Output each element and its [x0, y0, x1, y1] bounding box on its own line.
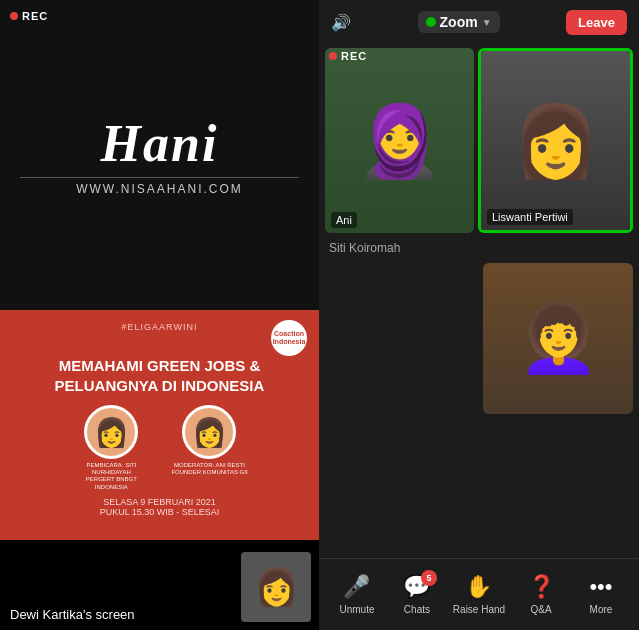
- liswanti-person: 👩: [481, 51, 630, 230]
- right-panel: 🔊 Zoom ▼ Leave REC 🧕 Ani 👩: [319, 0, 639, 630]
- rec-text-left: REC: [22, 10, 48, 22]
- raise-hand-icon: ✋: [465, 574, 492, 600]
- unmute-label: Unmute: [339, 604, 374, 615]
- hani-logo-area: Hani WWW.NISAAHANI.COM: [0, 0, 319, 310]
- siti-label: Siti Koiromah: [325, 237, 633, 259]
- promo-speaker1-name: PEMBICARA: SITI NURHIDAYAHPERGERT BNBGT …: [71, 462, 151, 491]
- promo-avatar-1: 👩 PEMBICARA: SITI NURHIDAYAHPERGERT BNBG…: [71, 405, 151, 491]
- more-label: More: [590, 604, 613, 615]
- more-button[interactable]: ••• More: [577, 574, 625, 615]
- promo-avatar-circle-2: 👩: [182, 405, 236, 459]
- rec-badge-left: REC: [10, 10, 48, 22]
- bottom-row: 👩‍🦱 Verena_Coaction ID: [325, 263, 633, 418]
- chats-badge: 5: [421, 570, 437, 586]
- microphone-icon: 🎤: [343, 574, 370, 600]
- rec-text-right: REC: [341, 50, 367, 62]
- header-left: 🔊: [331, 13, 351, 32]
- hani-title: Hani: [101, 114, 219, 173]
- promo-avatars: 👩 PEMBICARA: SITI NURHIDAYAHPERGERT BNBG…: [71, 405, 247, 491]
- leave-button[interactable]: Leave: [566, 10, 627, 35]
- zoom-text: Zoom: [440, 14, 478, 30]
- raise-hand-button[interactable]: ✋ Raise Hand: [453, 574, 505, 615]
- ani-person: 🧕: [325, 48, 474, 233]
- unmute-button[interactable]: 🎤 Unmute: [333, 574, 381, 615]
- hani-url: WWW.NISAAHANI.COM: [20, 177, 299, 196]
- promo-avatar-2: 👩 MODERATOR: ANI RESTIFOUNDER KOMUNITAS …: [171, 405, 247, 491]
- left-panel: REC Hani WWW.NISAAHANI.COM #ELIGAARWINI …: [0, 0, 319, 630]
- right-header: 🔊 Zoom ▼ Leave: [319, 0, 639, 44]
- promo-hashtag: #ELIGAARWINI: [122, 322, 198, 332]
- zoom-brand[interactable]: Zoom ▼: [418, 11, 500, 33]
- ani-video-tile: 🧕 Ani: [325, 48, 474, 233]
- zoom-chevron-icon: ▼: [482, 17, 492, 28]
- chats-button[interactable]: 💬 5 Chats: [393, 574, 441, 615]
- chats-label: Chats: [404, 604, 430, 615]
- qa-icon: ❓: [528, 574, 555, 600]
- promo-logo: CoactionIndonesia: [271, 320, 307, 356]
- promo-title: MEMAHAMI GREEN JOBS &PELUANGNYA DI INDON…: [55, 356, 265, 395]
- speaker-icon: 🔊: [331, 13, 351, 32]
- ani-name: Ani: [331, 212, 357, 228]
- verena-person: 👩‍🦱: [483, 263, 633, 414]
- raise-hand-label: Raise Hand: [453, 604, 505, 615]
- rec-dot-right: [329, 52, 337, 60]
- promo-avatar-circle-1: 👩: [84, 405, 138, 459]
- qa-label: Q&A: [530, 604, 551, 615]
- more-icon: •••: [589, 574, 612, 600]
- screen-label: Dewi Kartika's screen: [10, 607, 135, 622]
- top-row: 🧕 Ani 👩 Liswanti Pertiwi: [325, 48, 633, 233]
- liswanti-name: Liswanti Pertiwi: [487, 209, 573, 225]
- rec-dot-left: [10, 12, 18, 20]
- zoom-status-dot: [426, 17, 436, 27]
- promo-date: SELASA 9 FEBRUARI 2021PUKUL 15.30 WIB - …: [100, 497, 220, 517]
- qa-button[interactable]: ❓ Q&A: [517, 574, 565, 615]
- video-grid: 🧕 Ani 👩 Liswanti Pertiwi Siti Koiromah 👩…: [319, 44, 639, 558]
- rec-badge-right: REC: [329, 50, 367, 62]
- verena-video-tile: 👩‍🦱 Verena_Coaction ID: [483, 263, 633, 414]
- toolbar: 🎤 Unmute 💬 5 Chats ✋ Raise Hand ❓ Q&A ••…: [319, 558, 639, 630]
- small-avatar-bottom: 👩: [241, 552, 311, 622]
- promo-speaker2-name: MODERATOR: ANI RESTIFOUNDER KOMUNITAS GI…: [171, 462, 247, 476]
- screen-label-area: Dewi Kartika's screen 👩: [0, 540, 319, 630]
- liswanti-video-tile: 👩 Liswanti Pertiwi: [478, 48, 633, 233]
- promo-banner: #ELIGAARWINI CoactionIndonesia MEMAHAMI …: [0, 310, 319, 540]
